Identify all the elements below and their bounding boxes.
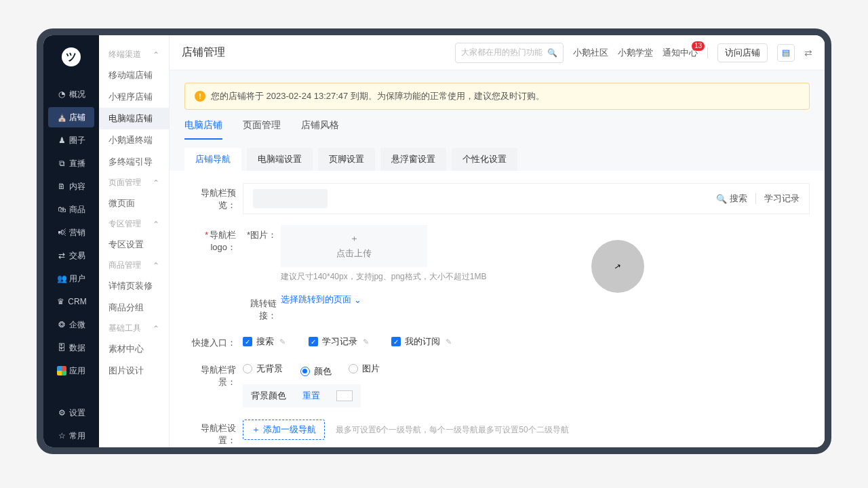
sub-pc-shop[interactable]: 电脑端店铺 <box>99 108 169 129</box>
nav-favorites[interactable]: ☆常用 <box>48 426 94 446</box>
link-notifications[interactable]: 通知中心13 <box>663 47 698 59</box>
chevron-up-icon: ⌃ <box>153 261 159 270</box>
edit-icon[interactable]: ✎ <box>279 338 285 346</box>
search-placeholder: 大家都在用的热门功能 <box>461 47 547 58</box>
nav-preview-bar: 🔍搜索 学习记录 <box>243 183 810 214</box>
nav-content[interactable]: 🗎内容 <box>48 176 94 197</box>
nav-users[interactable]: 👥用户 <box>48 268 94 289</box>
bg-color-radio[interactable]: 颜色 <box>300 365 332 378</box>
group-tools[interactable]: 基础工具⌃ <box>99 319 169 338</box>
nav-circle[interactable]: ♟圈子 <box>48 130 94 150</box>
upload-text: 点击上传 <box>336 247 372 260</box>
quick-entry-label: 快捷入口： <box>184 333 243 349</box>
jump-link-select[interactable]: 选择跳转到的页面⌄ <box>281 293 361 306</box>
nav-data[interactable]: 🗄数据 <box>48 338 94 358</box>
nav-apps[interactable]: 应用 <box>48 361 94 381</box>
nav-trade[interactable]: ⇄交易 <box>48 245 94 266</box>
tab-float-settings[interactable]: 悬浮窗设置 <box>380 148 446 171</box>
plus-icon: ＋ <box>252 424 260 436</box>
bg-color-label: 背景颜色 <box>251 390 286 402</box>
chevron-up-icon: ⌃ <box>153 50 159 60</box>
warning-icon: ! <box>195 91 205 102</box>
visit-shop-button[interactable]: 访问店铺 <box>717 43 768 62</box>
sub-xiaoetong-terminal[interactable]: 小鹅通终端 <box>99 129 169 151</box>
tab-shop-style[interactable]: 店铺风格 <box>301 119 339 140</box>
tab-shop-nav[interactable]: 店铺导航 <box>184 148 241 171</box>
search-icon: 🔍 <box>716 194 727 204</box>
nav-settings[interactable]: ⚙设置 <box>48 403 94 423</box>
sub-detail-decoration[interactable]: 详情页装修 <box>99 275 169 297</box>
preview-search[interactable]: 🔍搜索 <box>716 192 747 205</box>
doc-icon: 🗎 <box>57 182 66 191</box>
upload-area[interactable]: ＋ 点击上传 <box>281 225 427 267</box>
settings-panel: 导航栏预览： 🔍搜索 学习记录 *导航栏logo： *图片： <box>170 171 825 447</box>
bg-color-row: 背景颜色 重置 <box>243 384 361 407</box>
star-icon: ☆ <box>57 431 66 441</box>
reset-button[interactable]: 重置 <box>302 390 320 402</box>
live-icon: ⧉ <box>57 159 66 168</box>
bg-image-radio[interactable]: 图片 <box>349 363 380 375</box>
link-community[interactable]: 小鹅社区 <box>573 47 608 59</box>
edit-icon[interactable]: ✎ <box>446 338 452 346</box>
primary-sidebar: ツ ◔概况 ⛪店铺 ♟圈子 ⧉直播 🗎内容 🛍商品 🕬营销 ⇄交易 👥用户 ♛C… <box>43 35 99 447</box>
secondary-sidebar: 终端渠道⌃ 移动端店铺 小程序店铺 电脑端店铺 小鹅通终端 多终端引导 页面管理… <box>99 35 170 447</box>
nav-crm[interactable]: ♛CRM <box>48 291 94 312</box>
add-nav-button[interactable]: ＋添加一级导航 <box>243 420 325 440</box>
sub-mobile-shop[interactable]: 移动端店铺 <box>99 64 169 86</box>
sub-material-center[interactable]: 素材中心 <box>99 338 169 360</box>
theme-button[interactable]: ▤ <box>777 44 795 62</box>
clock-icon: ◔ <box>57 89 66 99</box>
bg-none-radio[interactable]: 无背景 <box>243 363 283 375</box>
tab-footer-settings[interactable]: 页脚设置 <box>318 148 375 171</box>
tab-pc-shop[interactable]: 电脑店铺 <box>184 119 222 140</box>
sub-goods-groups[interactable]: 商品分组 <box>99 297 169 319</box>
edit-icon[interactable]: ✎ <box>363 338 369 346</box>
nav-settings-label: 导航栏设置： <box>184 418 243 447</box>
group-goods[interactable]: 商品管理⌃ <box>99 256 169 275</box>
expiry-alert: ! 您的店铺将于 2023-02-24 13:27:47 到期。为保障功能的正常… <box>184 83 810 110</box>
link-school[interactable]: 小鹅学堂 <box>618 47 653 59</box>
quick-study-checkbox[interactable]: ✓学习记录✎ <box>309 336 369 348</box>
quick-search-checkbox[interactable]: ✓搜索✎ <box>243 336 285 348</box>
global-search[interactable]: 大家都在用的热门功能 🔍 <box>455 43 564 63</box>
apps-icon <box>57 366 66 375</box>
nav-marketing[interactable]: 🕬营销 <box>48 222 94 243</box>
preview-study-record[interactable]: 学习记录 <box>764 192 800 205</box>
tab-pc-settings[interactable]: 电脑端设置 <box>247 148 313 171</box>
sub-multi-terminal[interactable]: 多终端引导 <box>99 151 169 173</box>
crown-icon: ♛ <box>56 297 65 306</box>
nav-overview[interactable]: ◔概况 <box>48 84 94 104</box>
quick-subscribe-checkbox[interactable]: ✓我的订阅✎ <box>391 336 452 348</box>
wecom-icon: ❂ <box>57 320 66 329</box>
image-label: *图片： <box>243 225 281 241</box>
upload-hint: 建议尺寸140*40px，支持jpg、png格式，大小不超过1MB <box>281 271 810 283</box>
nav-wecom[interactable]: ❂企微 <box>48 314 94 335</box>
nav-logo-placeholder <box>253 189 328 208</box>
sub-micro-page[interactable]: 微页面 <box>99 192 169 214</box>
nav-live[interactable]: ⧉直播 <box>48 153 94 174</box>
color-swatch[interactable] <box>336 390 353 401</box>
tab-personal-settings[interactable]: 个性化设置 <box>452 148 517 171</box>
app-logo[interactable]: ツ <box>62 47 81 66</box>
tabs-secondary: 店铺导航 电脑端设置 页脚设置 悬浮窗设置 个性化设置 <box>170 140 825 171</box>
tab-page-mgmt[interactable]: 页面管理 <box>243 119 281 140</box>
group-zone[interactable]: 专区管理⌃ <box>99 214 169 234</box>
search-icon: 🔍 <box>547 48 557 58</box>
sub-image-design[interactable]: 图片设计 <box>99 360 169 382</box>
nav-settings-tip: 最多可设置6个一级导航，每个一级导航最多可设置50个二级导航 <box>336 425 569 434</box>
jump-label: 跳转链接： <box>243 293 281 322</box>
group-pages[interactable]: 页面管理⌃ <box>99 173 169 192</box>
sub-miniprogram-shop[interactable]: 小程序店铺 <box>99 86 169 108</box>
nav-bg-label: 导航栏背景： <box>184 360 243 388</box>
page-title: 店铺管理 <box>182 45 225 60</box>
swap-button[interactable]: ⇄ <box>804 47 812 58</box>
nav-shop[interactable]: ⛪店铺 <box>48 107 94 127</box>
speaker-icon: 🕬 <box>57 228 66 237</box>
content-scroll[interactable]: ! 您的店铺将于 2023-02-24 13:27:47 到期。为保障功能的正常… <box>170 70 825 447</box>
db-icon: 🗄 <box>57 343 66 352</box>
chevron-down-icon: ⌄ <box>354 295 361 305</box>
sub-zone-settings[interactable]: 专区设置 <box>99 234 169 256</box>
preview-label: 导航栏预览： <box>184 183 243 211</box>
group-channels[interactable]: 终端渠道⌃ <box>99 45 169 64</box>
nav-goods[interactable]: 🛍商品 <box>48 199 94 220</box>
